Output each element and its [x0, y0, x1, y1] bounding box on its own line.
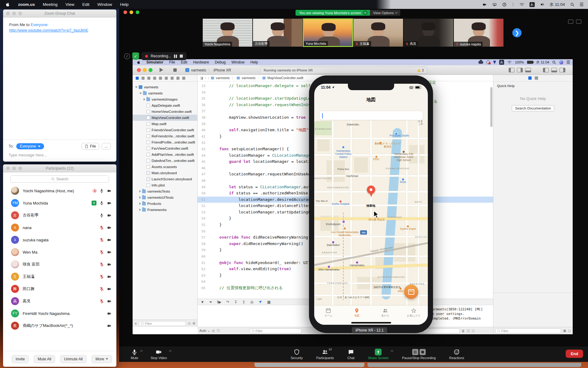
map-canvas[interactable]: [314, 121, 428, 305]
toggle-inspector-button[interactable]: [560, 68, 565, 72]
notification-center-icon[interactable]: ☰: [566, 60, 570, 65]
participant-row[interactable]: 長長嶋のサブMacBookAir(^_^): [3, 320, 116, 332]
remote-menu-item-hardware[interactable]: Hardware: [193, 60, 209, 64]
inspector-tabs[interactable]: [493, 75, 573, 82]
cloud-icon[interactable]: [478, 61, 483, 64]
navigator-filter-field[interactable]: Filter: [139, 321, 186, 326]
breakpoints-icon[interactable]: ⏷: [209, 300, 212, 304]
close-button[interactable]: [123, 10, 127, 14]
toolbar-share-screen[interactable]: Share Screen: [365, 349, 391, 360]
bolt-icon[interactable]: [493, 61, 496, 64]
breadcrumb-segment[interactable]: MapViewController.swift: [267, 76, 303, 80]
file-row-DateAndTimontrollerswift[interactable]: DateAndTim...ontroller.swift: [133, 158, 197, 164]
home-indicator[interactable]: [351, 322, 391, 324]
menu-item-view[interactable]: View: [66, 2, 74, 7]
chevron-up-icon[interactable]: [140, 350, 143, 353]
file-button[interactable]: File: [81, 143, 99, 150]
tab-home[interactable]: ホーム: [314, 305, 343, 320]
remote-menu-item-window[interactable]: Window: [232, 60, 245, 64]
chat-titlebar[interactable]: Zoom Group Chat: [3, 10, 116, 17]
input-source-badge[interactable]: あ: [499, 60, 504, 65]
file-row-varmeetsTests[interactable]: varmeetsTests: [133, 188, 197, 194]
apple-menu-icon[interactable]: [137, 60, 141, 64]
remote-menu-item-file[interactable]: File: [169, 60, 175, 64]
file-row-AppDelegateswift[interactable]: AppDelegate.swift: [133, 102, 197, 109]
eye-icon[interactable]: [363, 10, 368, 15]
related-items-icon[interactable]: ◨: [200, 76, 203, 80]
video-tile[interactable]: Yuna Mochida: [303, 18, 353, 47]
add-plan-fab[interactable]: [404, 285, 418, 299]
participants-search[interactable]: Search: [10, 175, 109, 183]
video-tile[interactable]: 王福瀛: [353, 18, 403, 47]
toggle-debug-button[interactable]: [551, 68, 557, 72]
participants-button-mute-all[interactable]: Mute All: [34, 355, 55, 363]
chevron-up-icon[interactable]: [169, 350, 172, 353]
version-editor-button[interactable]: [525, 68, 531, 72]
tab-fav[interactable]: お気に入り: [399, 305, 428, 320]
file-row-Mainstoryboard[interactable]: Main.storyboard: [133, 170, 197, 176]
spotlight-icon[interactable]: [570, 2, 575, 7]
toolbar-security[interactable]: Security: [288, 349, 306, 360]
time-machine-icon[interactable]: [502, 2, 507, 7]
scm-status-icon[interactable]: ⊠: [193, 321, 195, 325]
end-meeting-button[interactable]: End: [566, 350, 583, 358]
recent-files-icon[interactable]: ◷: [188, 321, 191, 325]
menu-item-edit[interactable]: Edit: [82, 2, 89, 7]
file-row-LaunchScreenstoryboard[interactable]: LaunchScreen.storyboard: [133, 176, 197, 182]
console-panes-icon2[interactable]: ◻: [472, 329, 474, 333]
menu-item-help[interactable]: Help: [120, 2, 129, 7]
file-row-MapViewControllerswift[interactable]: MapViewController.swift: [133, 115, 197, 121]
menu-item-meeting[interactable]: Meeting: [43, 2, 58, 7]
breadcrumb-segment[interactable]: varmeets: [242, 76, 255, 80]
chat-message-link[interactable]: http://www.youtube.com/watch?v=p7_faulJk…: [9, 28, 110, 33]
participants-button-invite[interactable]: Invite: [12, 355, 29, 363]
library-filter-field[interactable]: Filter: [495, 328, 561, 333]
remote-menu-item-edit[interactable]: Edit: [181, 60, 187, 64]
disclosure-triangle[interactable]: [139, 202, 141, 205]
menu-bar-clock[interactable]: 水 11:04: [550, 2, 565, 7]
toggle-navigator-button[interactable]: [543, 68, 549, 72]
filter-icon[interactable]: ◎: [212, 329, 215, 333]
participants-titlebar[interactable]: Participants (12): [3, 164, 116, 172]
display-mirroring-icon[interactable]: [492, 3, 497, 6]
participant-row[interactable]: 高高見: [3, 295, 116, 307]
remote-menu-item-debug[interactable]: Debug: [215, 60, 225, 64]
file-row-HomeViewControllerswift[interactable]: HomeViewController.swift: [133, 109, 197, 115]
disclosure-triangle[interactable]: [135, 86, 138, 88]
step-over-icon[interactable]: ↷: [226, 300, 229, 304]
participant-row[interactable]: λsuzuka nagata: [3, 234, 116, 246]
variables-scope-dropdown[interactable]: Auto ⌄: [199, 329, 210, 333]
stop-button[interactable]: [173, 68, 177, 72]
step-out-icon[interactable]: ↥: [242, 300, 245, 304]
stop-recording-button[interactable]: [180, 55, 183, 58]
tab-friends[interactable]: 友だち: [371, 305, 400, 320]
close-button[interactable]: [137, 68, 141, 72]
assistant-editor-button[interactable]: [517, 68, 523, 72]
bluetooth-icon[interactable]: ᛒ: [512, 2, 514, 7]
navigator-tabs[interactable]: [133, 75, 197, 82]
run-button[interactable]: [160, 68, 163, 72]
pause-recording-button[interactable]: [174, 55, 177, 58]
view-debug-icon[interactable]: ◎: [250, 300, 253, 304]
recipient-dropdown[interactable]: Everyone: [16, 143, 44, 149]
wifi-icon[interactable]: [519, 3, 524, 6]
participant-row[interactable]: 古古谷彩季: [3, 209, 116, 221]
file-row-varmeetsImages[interactable]: varmeetsImages: [133, 96, 197, 102]
remote-menu-item-help[interactable]: Help: [250, 60, 258, 64]
disclosure-triangle[interactable]: [144, 98, 145, 101]
participant-row[interactable]: 咲良 富田: [3, 258, 116, 270]
issues-badge[interactable]: 2: [417, 68, 424, 72]
variables-filter-field[interactable]: Filter: [250, 328, 302, 333]
console-panes-icon[interactable]: ◫: [467, 329, 470, 333]
participant-row[interactable]: YMYuna Mochida: [3, 197, 116, 209]
menu-item-zoomus[interactable]: zoom.us: [18, 2, 35, 7]
file-row-Mapswift[interactable]: Map.swift: [133, 121, 197, 127]
camera-status-icon[interactable]: [482, 3, 487, 6]
file-row-FriendProfileontrollerswift[interactable]: FriendProfile...ontroller.swift: [133, 139, 197, 145]
participant-row[interactable]: 舞田口舞: [3, 283, 116, 295]
toolbar-mute[interactable]: Mute: [128, 349, 141, 360]
notification-center-icon[interactable]: ☰: [580, 2, 584, 7]
library-icon2[interactable]: ◻: [568, 329, 571, 333]
video-tile[interactable]: 古谷彩季: [253, 18, 303, 47]
library-icon[interactable]: ▣: [563, 329, 566, 333]
